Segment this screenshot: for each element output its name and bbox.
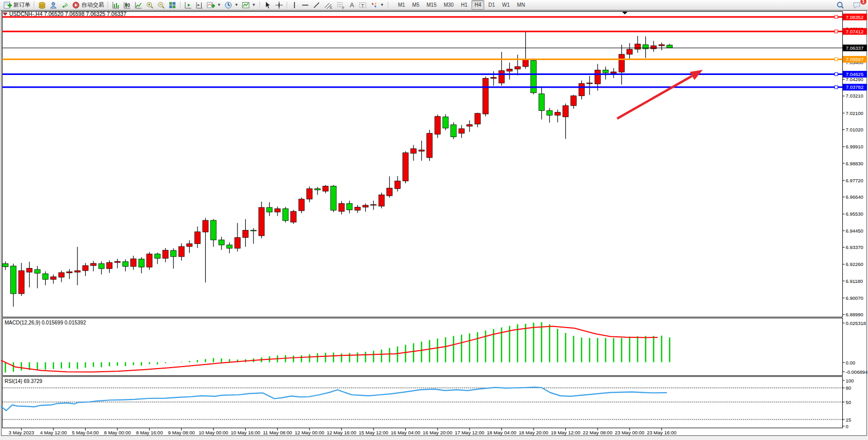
notification-badge: 1 [860,0,866,5]
timeframe-button-h1[interactable]: H1 [458,0,470,10]
history-center-button[interactable] [36,1,48,10]
svg-text:100: 100 [846,378,854,384]
autoscroll-button[interactable] [183,1,194,10]
svg-text:5 May 04:00: 5 May 04:00 [72,430,98,435]
chart-shift-button[interactable] [194,1,205,10]
svg-text:18 May 04:00: 18 May 04:00 [487,430,517,435]
template-icon [242,1,250,9]
toolbar-right-icons: 1 [835,1,868,10]
clock-icon [224,1,232,9]
chevron-down-icon: ▼ [217,3,221,7]
signals-icon [61,1,69,9]
svg-text:6.88990: 6.88990 [846,312,863,317]
svg-text:6.93370: 6.93370 [846,244,863,250]
arrows-tool-button[interactable]: ▼ [368,1,386,10]
tile-windows-icon [168,1,176,9]
svg-text:6.91180: 6.91180 [846,278,863,284]
svg-text:10 May 16:00: 10 May 16:00 [231,430,261,435]
svg-text:9 May 08:00: 9 May 08:00 [168,430,195,435]
trendline-icon [312,1,321,9]
svg-text:18 May 20:00: 18 May 20:00 [519,430,548,435]
zoom-out-button[interactable] [155,1,167,10]
chevron-down-icon: ▼ [380,3,384,7]
text-label-icon: T [359,1,367,9]
svg-text:7.05597: 7.05597 [846,56,863,62]
periods-button[interactable]: ▼ [223,1,240,10]
svg-text:50: 50 [846,399,852,405]
label-tool-button[interactable]: T [357,1,368,10]
svg-text:7.07412: 7.07412 [846,29,863,34]
chart-area[interactable]: 7.075607.064807.054007.042907.032107.021… [0,0,868,440]
mt4-terminal: { "toolbar": { "new_order_label": "新订单",… [0,0,868,440]
fibonacci-tool-button[interactable]: F [334,1,347,10]
candlestick-chart-button[interactable] [122,1,133,10]
trendline-tool-button[interactable] [311,1,322,10]
svg-text:6.98830: 6.98830 [846,161,863,166]
svg-text:7.04625: 7.04625 [846,71,863,77]
search-button[interactable] [835,1,846,10]
separator [260,2,260,9]
timeframe-button-m1[interactable]: M1 [395,0,408,10]
channel-tool-button[interactable]: E [322,1,334,10]
text-tool-button[interactable]: A [347,1,357,10]
svg-text:7.03210: 7.03210 [846,93,863,99]
svg-text:E: E [330,6,332,9]
svg-text:0: 0 [846,424,849,429]
svg-text:7.02100: 7.02100 [846,110,863,116]
svg-text:10 May 00:00: 10 May 00:00 [199,430,228,435]
signals-button[interactable] [59,1,70,10]
tile-windows-button[interactable] [167,1,178,10]
candlestick-icon [123,1,131,9]
svg-text:15: 15 [846,417,852,423]
community-button[interactable] [48,1,59,10]
svg-text:11 May 08:00: 11 May 08:00 [263,430,292,435]
autotrading-button[interactable]: 自动交易 [70,1,106,10]
timeframe-button-mn[interactable]: MN [514,0,528,10]
indicators-button[interactable]: ▼ [205,1,223,10]
separator [180,2,181,9]
svg-text:7.06337: 7.06337 [846,45,863,51]
bar-chart-button[interactable] [110,1,122,10]
svg-text:17 May 12:00: 17 May 12:00 [455,430,485,435]
equidistant-channel-icon: E [324,1,333,9]
timeframe-button-d1[interactable]: D1 [485,0,498,10]
svg-text:F: F [342,6,344,9]
separator [34,2,34,9]
svg-text:12 May 16:00: 12 May 16:00 [327,430,357,435]
notifications-button[interactable]: 1 [851,1,863,10]
svg-text:-0.006894: -0.006894 [846,369,868,375]
timeframe-button-m5[interactable]: M5 [409,0,423,10]
svg-text:6.97720: 6.97720 [846,178,863,183]
horizontal-line-tool-button[interactable] [300,1,311,10]
autotrading-icon [72,1,80,9]
zoom-in-button[interactable] [144,1,155,10]
templates-button[interactable]: ▼ [240,1,258,10]
toolbar: 新订单 自动交易 ▼ ▼ [0,0,868,10]
autoscroll-icon [184,1,192,9]
svg-text:6.92260: 6.92260 [846,261,863,267]
line-chart-icon [134,1,143,9]
new-order-button[interactable]: 新订单 [2,1,32,10]
autotrading-label: 自动交易 [82,1,104,9]
svg-text:8 May 16:00: 8 May 16:00 [136,430,163,435]
svg-text:16 May 20:00: 16 May 20:00 [423,430,452,435]
crosshair-icon [275,1,283,9]
line-chart-button[interactable] [133,1,144,10]
svg-text:4 May 12:00: 4 May 12:00 [40,430,67,435]
svg-text:80: 80 [846,385,852,391]
vertical-line-tool-button[interactable] [289,1,300,10]
timeframe-button-w1[interactable]: W1 [499,0,513,10]
svg-text:12 May 00:00: 12 May 00:00 [295,430,325,435]
macd-panel [3,318,843,376]
chevron-down-icon: ▼ [252,3,256,7]
vertical-line-icon [291,1,298,9]
timeframe-button-h4[interactable]: H4 [471,0,484,10]
chevron-down-icon: ▼ [234,3,239,7]
svg-text:6.94450: 6.94450 [846,228,863,234]
svg-text:19 May 12:00: 19 May 12:00 [551,430,581,435]
timeframe-button-m15[interactable]: M15 [424,0,440,10]
crosshair-tool-button[interactable] [273,1,285,10]
cursor-tool-button[interactable] [262,1,273,10]
svg-text:6.96640: 6.96640 [846,194,863,200]
timeframe-button-m30[interactable]: M30 [441,0,457,10]
